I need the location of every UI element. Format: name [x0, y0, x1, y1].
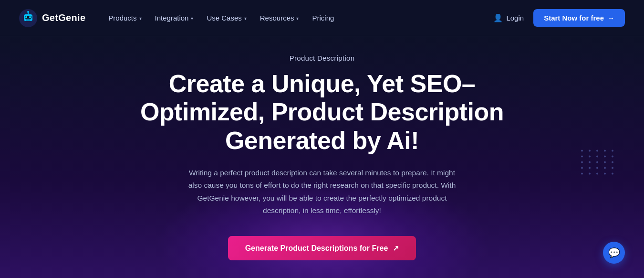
dot	[596, 167, 598, 169]
dot	[589, 161, 591, 163]
svg-rect-7	[26, 20, 31, 21]
svg-point-4	[29, 16, 31, 18]
chevron-icon-integration: ▾	[191, 16, 193, 21]
dot	[604, 155, 606, 157]
dot	[581, 155, 583, 157]
dot	[612, 155, 613, 157]
chevron-icon-use-cases: ▾	[244, 16, 247, 21]
external-arrow-icon: ↗	[393, 244, 399, 253]
nav-menu: Products ▾ Integration ▾ Use Cases ▾ Res…	[103, 10, 340, 26]
nav-label-integration: Integration	[155, 14, 189, 22]
dot	[581, 150, 583, 151]
dot	[612, 172, 613, 174]
dot	[589, 172, 591, 174]
dot	[596, 155, 598, 157]
arrow-right-icon: →	[608, 14, 614, 22]
nav-item-pricing[interactable]: Pricing	[306, 10, 340, 26]
dot	[589, 167, 591, 169]
dot	[612, 150, 613, 151]
svg-point-3	[25, 16, 27, 18]
nav-label-pricing: Pricing	[312, 14, 334, 22]
dot	[604, 167, 606, 169]
navbar: GetGenie Products ▾ Integration ▾ Use Ca…	[0, 0, 644, 36]
dot-grid-decoration	[581, 150, 615, 174]
chat-icon: 💬	[608, 247, 620, 258]
nav-item-integration[interactable]: Integration ▾	[149, 10, 199, 26]
dot	[604, 150, 606, 151]
dot	[581, 172, 583, 174]
dot	[596, 172, 598, 174]
chevron-icon-resources: ▾	[296, 16, 299, 21]
chevron-icon-products: ▾	[139, 16, 142, 21]
dot	[589, 155, 591, 157]
start-now-button[interactable]: Start Now for free →	[533, 9, 625, 27]
dot	[581, 167, 583, 169]
dot	[612, 161, 613, 163]
hero-title: Create a Unique, Yet SEO–Optimized, Prod…	[136, 70, 508, 155]
logo[interactable]: GetGenie	[19, 9, 85, 27]
navbar-left: GetGenie Products ▾ Integration ▾ Use Ca…	[19, 9, 340, 27]
nav-label-use-cases: Use Cases	[207, 14, 241, 22]
hero-subtitle: Product Description	[290, 54, 355, 62]
cta-button[interactable]: Generate Product Descriptions for Free ↗	[228, 236, 416, 260]
login-label: Login	[506, 14, 524, 22]
start-label: Start Now for free	[544, 14, 604, 22]
dot	[604, 172, 606, 174]
hero-description: Writing a perfect product description ca…	[184, 167, 460, 217]
dot	[612, 167, 613, 169]
logo-text: GetGenie	[42, 12, 85, 23]
nav-label-products: Products	[108, 14, 136, 22]
nav-item-resources[interactable]: Resources ▾	[254, 10, 305, 26]
dot	[589, 150, 591, 151]
login-button[interactable]: 👤 Login	[493, 13, 524, 22]
user-icon: 👤	[493, 13, 503, 22]
nav-item-products[interactable]: Products ▾	[103, 10, 147, 26]
nav-label-resources: Resources	[260, 14, 294, 22]
chat-bubble-button[interactable]: 💬	[603, 242, 625, 264]
dot	[581, 161, 583, 163]
dot	[596, 150, 598, 151]
logo-icon	[19, 9, 37, 27]
dot	[596, 161, 598, 163]
hero-section: Product Description Create a Unique, Yet…	[0, 36, 644, 278]
navbar-right: 👤 Login Start Now for free →	[493, 9, 625, 27]
cta-label: Generate Product Descriptions for Free	[245, 244, 388, 253]
dot	[604, 161, 606, 163]
svg-point-6	[27, 11, 29, 13]
nav-item-use-cases[interactable]: Use Cases ▾	[201, 10, 252, 26]
